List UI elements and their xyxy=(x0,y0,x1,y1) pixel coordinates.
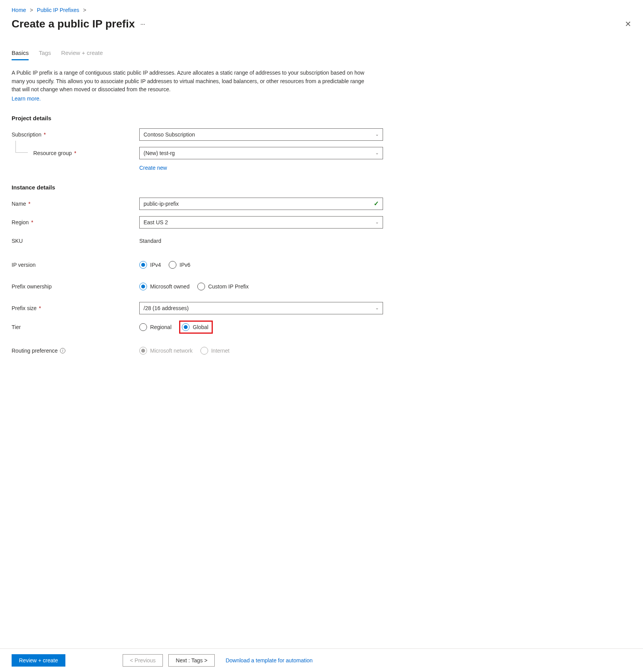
label-sku: SKU xyxy=(12,238,139,244)
radio-checked-icon xyxy=(139,283,147,290)
resource-group-select[interactable]: (New) test-rg ⌄ xyxy=(139,147,383,159)
name-input[interactable]: public-ip-prefix ✓ xyxy=(139,198,383,210)
chevron-down-icon: ⌄ xyxy=(375,132,379,137)
label-prefix-size: Prefix size* xyxy=(12,305,139,311)
radio-custom-ip-prefix[interactable]: Custom IP Prefix xyxy=(197,283,249,290)
breadcrumb-prefixes[interactable]: Public IP Prefixes xyxy=(37,7,79,13)
label-subscription: Subscription* xyxy=(12,131,139,138)
radio-ipv4[interactable]: IPv4 xyxy=(139,261,161,269)
more-menu-icon[interactable]: ··· xyxy=(140,20,145,28)
chevron-right-icon: > xyxy=(30,7,33,13)
subscription-select[interactable]: Contoso Subscription ⌄ xyxy=(139,128,383,141)
chevron-right-icon: > xyxy=(83,7,86,13)
section-project-details: Project details xyxy=(12,115,631,121)
label-prefix-ownership: Prefix ownership xyxy=(12,283,139,290)
create-new-link[interactable]: Create new xyxy=(139,165,167,171)
radio-global[interactable]: Global xyxy=(182,323,208,331)
label-routing-preference: Routing preference i xyxy=(12,348,139,354)
radio-regional[interactable]: Regional xyxy=(139,323,171,331)
radio-unchecked-icon xyxy=(169,261,176,269)
radio-microsoft-network: Microsoft network xyxy=(139,347,193,355)
tab-tags[interactable]: Tags xyxy=(39,49,51,60)
breadcrumb: Home > Public IP Prefixes > xyxy=(12,7,631,13)
breadcrumb-home[interactable]: Home xyxy=(12,7,26,13)
label-ip-version: IP version xyxy=(12,262,139,268)
close-icon[interactable]: ✕ xyxy=(625,19,631,29)
chevron-down-icon: ⌄ xyxy=(375,220,379,225)
radio-checked-icon xyxy=(182,323,190,331)
label-tier: Tier xyxy=(12,324,139,330)
radio-unchecked-icon xyxy=(139,323,147,331)
section-instance-details: Instance details xyxy=(12,184,631,191)
radio-ipv6[interactable]: IPv6 xyxy=(169,261,190,269)
label-region: Region* xyxy=(12,219,139,225)
radio-unchecked-icon xyxy=(197,283,205,290)
radio-microsoft-owned[interactable]: Microsoft owned xyxy=(139,283,190,290)
label-name: Name* xyxy=(12,201,139,207)
region-select[interactable]: East US 2 ⌄ xyxy=(139,216,383,229)
info-icon[interactable]: i xyxy=(60,348,65,353)
page-title: Create a public IP prefix xyxy=(12,18,135,30)
chevron-down-icon: ⌄ xyxy=(375,305,379,310)
chevron-down-icon: ⌄ xyxy=(375,150,379,155)
checkmark-icon: ✓ xyxy=(374,200,379,207)
prefix-size-select[interactable]: /28 (16 addresses) ⌄ xyxy=(139,302,383,314)
radio-unchecked-disabled-icon xyxy=(200,347,208,355)
tab-review[interactable]: Review + create xyxy=(61,49,103,60)
tab-basics[interactable]: Basics xyxy=(12,49,29,60)
radio-internet: Internet xyxy=(200,347,229,355)
highlight-global: Global xyxy=(179,321,212,334)
radio-checked-disabled-icon xyxy=(139,347,147,355)
learn-more-link[interactable]: Learn more. xyxy=(12,95,41,103)
tab-bar: Basics Tags Review + create xyxy=(12,49,631,60)
label-resource-group: Resource group* xyxy=(12,150,139,156)
intro-text: A Public IP prefix is a range of contigu… xyxy=(12,69,368,103)
sku-value: Standard xyxy=(139,238,161,244)
radio-checked-icon xyxy=(139,261,147,269)
